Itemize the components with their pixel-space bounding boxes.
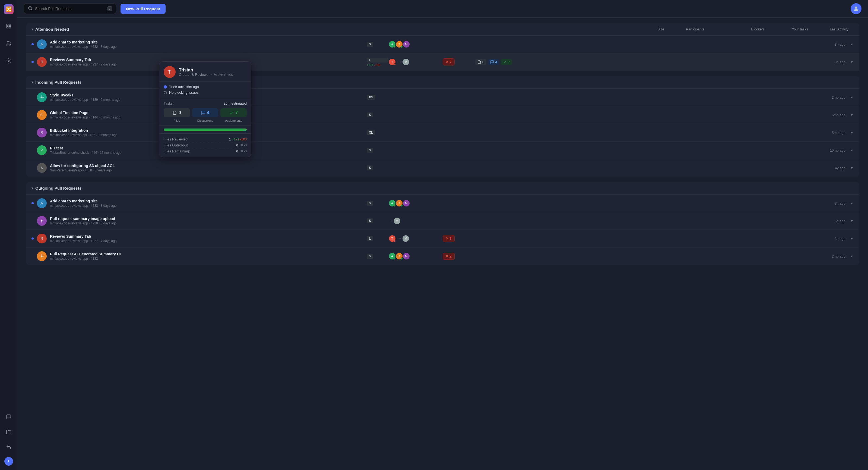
col-size: Size [657, 27, 664, 31]
size-badge: L [367, 236, 373, 241]
unread-dot [31, 43, 34, 46]
svg-point-4 [7, 41, 9, 43]
attention-section-header[interactable]: ▾ Attention Needed Size Participants Blo… [26, 23, 859, 36]
table-row[interactable]: Style Tweaks mntlabs/code-reviews-app · … [26, 89, 859, 106]
outgoing-chevron-icon: ▾ [31, 186, 33, 190]
table-row[interactable]: A Add chat to marketing site mntlabs/cod… [26, 195, 859, 212]
participants-cell: T → M [389, 58, 443, 66]
table-row[interactable]: Pull Request AI Generated Summary UI mnt… [26, 247, 859, 265]
table-row[interactable]: A Add chat to marketing site mntlabs/cod… [26, 36, 859, 53]
status-dot [394, 240, 396, 242]
user-avatar[interactable]: T [4, 457, 13, 466]
empty-dot [31, 220, 34, 222]
empty-dot [31, 167, 34, 169]
files-opted-label: Files Opted-out: [164, 143, 189, 147]
files-button[interactable]: 0 [164, 108, 190, 117]
participant-avatar: T [389, 235, 396, 242]
assignments-count: 7 [508, 60, 510, 64]
size-badge: L [367, 58, 389, 62]
status-dot [394, 46, 396, 48]
assignments-button[interactable]: 7 [220, 108, 247, 117]
sidebar-item-folder[interactable] [3, 427, 14, 437]
expand-button[interactable]: ▾ [850, 200, 854, 206]
expand-button[interactable]: ▾ [850, 94, 854, 100]
expand-button[interactable]: ▾ [850, 253, 854, 260]
files-count: 0 [179, 110, 181, 115]
search-bar[interactable]: / [24, 3, 116, 14]
table-row[interactable]: B Bitbucket Integration mntlabs/code-rev… [26, 124, 859, 142]
col-blockers: Blockers [751, 27, 765, 31]
participant-avatar: M [393, 217, 401, 225]
sidebar-item-team[interactable] [3, 38, 14, 49]
files-remaining-val: 0 [236, 149, 238, 153]
pr-title: Reviews Summary Tab [50, 234, 117, 238]
last-activity: 5mo ago [832, 131, 845, 135]
table-row[interactable]: G Global Timeline Page mntlabs/code-revi… [26, 106, 859, 124]
expand-button[interactable]: ▾ [850, 217, 854, 224]
pr-details: Reviews Summary Tab mntlabs/code-reviews… [50, 58, 117, 66]
pr-details: PR test TristanBrotherton/netcheck · #46… [50, 146, 121, 154]
sidebar-item-settings[interactable] [3, 55, 14, 66]
pr-details: Pull Request AI Generated Summary UI mnt… [50, 252, 121, 261]
pr-subtitle: mntlabs/code-reviews-app · #182 [50, 257, 121, 261]
expand-button[interactable]: ▾ [850, 129, 854, 136]
svg-point-7 [855, 6, 857, 9]
progress-bar-fill [164, 128, 247, 131]
pr-title: Add chat to marketing site [50, 199, 117, 203]
header: / New Pull Request [18, 0, 868, 18]
files-opted-val: 0 [236, 143, 238, 147]
arrow-icon: → [398, 60, 401, 64]
activity-cell: 2mo ago ▾ [519, 253, 854, 260]
header-avatar[interactable] [850, 3, 862, 14]
pr-title: Style Tweaks [50, 93, 120, 97]
assignments-count: 7 [235, 110, 238, 115]
expand-button[interactable]: ▾ [850, 235, 854, 242]
content-area: ▾ Attention Needed Size Participants Blo… [18, 18, 868, 470]
search-input[interactable] [35, 6, 105, 11]
tooltip-user-info: Tristan Creator & Reviewer · Active 2h a… [179, 68, 234, 77]
tooltip-task-labels: Files Discussions Assignments [164, 119, 247, 122]
incoming-section-header[interactable]: ▾ Incoming Pull Requests [26, 76, 859, 89]
size-cell: S [367, 218, 389, 223]
table-row[interactable]: A Allow for configuring S3 object ACL Sa… [26, 159, 859, 177]
expand-button[interactable]: ▾ [850, 59, 854, 65]
last-activity: 6mo ago [832, 113, 845, 117]
tooltip-stats: Files Reviewed: 1 +171 -100 Files Opted-… [159, 134, 251, 157]
files-label: Files [164, 119, 190, 122]
discussions-task-badge: 4 [488, 59, 499, 65]
size-badge: S [367, 254, 373, 259]
svg-point-6 [29, 6, 31, 9]
expand-button[interactable]: ▾ [850, 41, 854, 48]
status-dot [394, 205, 396, 207]
status-dot [401, 46, 403, 48]
sidebar-item-chat[interactable] [3, 411, 14, 422]
tooltip-separator: · [211, 72, 212, 76]
size-badge: XL [367, 130, 375, 135]
expand-button[interactable]: ▾ [850, 165, 854, 171]
expand-button[interactable]: ▾ [850, 147, 854, 153]
participants-cell: → M [389, 217, 443, 225]
logo[interactable]: 🔀 [4, 4, 13, 14]
status-circle-blue [164, 85, 167, 89]
files-reviewed-label: Files Reviewed: [164, 137, 189, 141]
attention-section-title: Attention Needed [35, 27, 69, 31]
empty-dot [31, 114, 34, 116]
sidebar-item-back[interactable] [3, 442, 14, 452]
sidebar-item-grid[interactable] [3, 21, 14, 31]
files-reviewed-neg: -100 [240, 138, 247, 141]
expand-button[interactable]: ▾ [850, 112, 854, 118]
discussions-button[interactable]: 4 [192, 108, 218, 117]
outgoing-section-header[interactable]: ▾ Outgoing Pull Requests [26, 182, 859, 195]
empty-dot [31, 149, 34, 151]
files-opted-row: Files Opted-out: 0 +0 -0 [164, 142, 247, 148]
table-row[interactable]: R Reviews Summary Tab mntlabs/code-revie… [26, 53, 859, 71]
table-row[interactable]: Pull request summary image upload mntlab… [26, 212, 859, 230]
activity-cell: 3h ago ▾ [519, 235, 854, 242]
table-row[interactable]: P PR test TristanBrotherton/netcheck · #… [26, 142, 859, 159]
table-row[interactable]: R Reviews Summary Tab mntlabs/code-revie… [26, 230, 859, 247]
new-pr-button[interactable]: New Pull Request [121, 4, 165, 14]
last-activity: 10mo ago [830, 148, 845, 152]
their-turn-text: Their turn 15m ago [169, 85, 199, 89]
no-blocking-text: No blocking issues [169, 90, 198, 94]
files-opted-diff: +0 -0 [239, 143, 247, 147]
